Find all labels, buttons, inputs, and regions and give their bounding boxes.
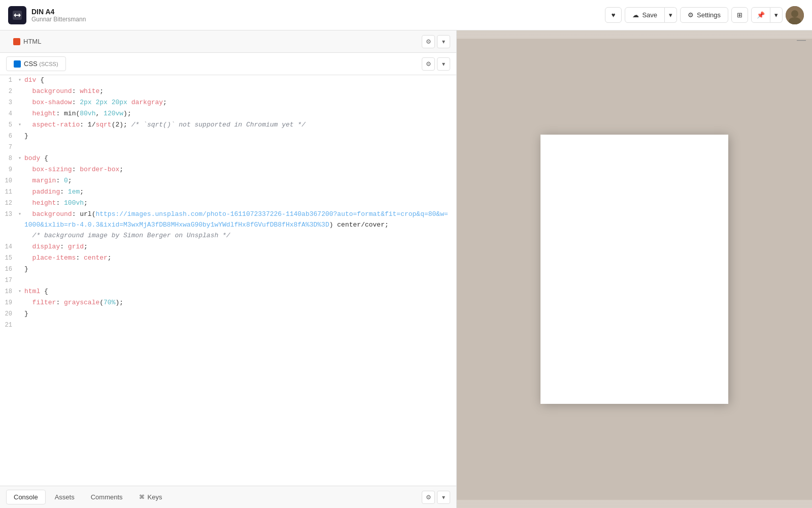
tab-assets[interactable]: Assets	[48, 490, 82, 504]
code-line-19: 19 filter: grayscale(70%);	[0, 298, 456, 309]
html-tab-bar: HTML ⚙ ▾	[0, 30, 456, 53]
pin-chevron-icon: ▾	[774, 11, 778, 19]
pin-group: 📌 ▾	[751, 7, 783, 23]
css-settings-btn[interactable]: ⚙	[422, 57, 435, 71]
code-line-2: 2 background: white;	[0, 86, 456, 98]
paper-sheet	[540, 135, 728, 404]
comments-tab-label: Comments	[91, 493, 123, 501]
navbar-right: ♥ ☁ Save ▾ ⚙ Settings ⊞ 📌 ▾	[605, 6, 804, 24]
project-name: DIN A4	[31, 8, 86, 16]
bottom-collapse-btn[interactable]: ▾	[437, 491, 450, 504]
pin-icon: 📌	[757, 11, 765, 19]
html-tab-actions: ⚙ ▾	[422, 35, 450, 48]
preview-panel: —	[457, 30, 812, 508]
code-line-13: 13 ▾ background: url(https://images.unsp…	[0, 209, 456, 231]
code-line-15: 15 place-items: center;	[0, 253, 456, 264]
console-tab-label: Console	[14, 493, 38, 501]
bottom-tab-actions: ⚙ ▾	[422, 491, 450, 504]
minimize-icon: —	[797, 35, 806, 45]
code-line-3: 3 box-shadow: 2px 2px 20px darkgray;	[0, 98, 456, 109]
settings-label: Settings	[697, 11, 721, 19]
code-line-5: 5 ▾ aspect-ratio: 1/sqrt(2); /* `sqrt()`…	[0, 120, 456, 131]
tab-html-label: HTML	[23, 38, 41, 45]
html-settings-btn[interactable]: ⚙	[422, 35, 435, 48]
css-icon	[14, 60, 21, 68]
save-button[interactable]: ☁ Save	[625, 7, 665, 23]
gear-icon: ⚙	[688, 11, 694, 19]
code-line-4: 4 height: min(80vh, 120vw);	[0, 109, 456, 120]
pin-button[interactable]: 📌	[751, 7, 770, 23]
keys-icon: ⌘	[139, 494, 145, 500]
code-line-21: 21	[0, 320, 456, 331]
save-label: Save	[642, 11, 657, 19]
tab-css[interactable]: CSS (SCSS)	[6, 56, 66, 71]
save-dropdown-button[interactable]: ▾	[665, 7, 677, 23]
tab-css-label: CSS (SCSS)	[24, 60, 58, 68]
navbar-left: DIN A4 Gunnar Bittersmann	[8, 6, 86, 24]
css-tab-actions: ⚙ ▾	[422, 57, 450, 71]
code-line-6: 6 }	[0, 131, 456, 142]
svg-point-2	[791, 10, 798, 17]
tab-comments[interactable]: Comments	[84, 490, 130, 504]
assets-tab-label: Assets	[55, 493, 75, 501]
code-line-17: 17	[0, 275, 456, 287]
settings-button[interactable]: ⚙ Settings	[680, 7, 728, 23]
code-line-18: 18 ▾ html {	[0, 287, 456, 298]
code-line-11: 11 padding: 1em;	[0, 187, 456, 198]
code-line-comment: /* background image by Simon Berger on U…	[0, 231, 456, 242]
css-tab-bar: CSS (SCSS) ⚙ ▾	[0, 53, 456, 75]
save-group: ☁ Save ▾	[625, 7, 677, 23]
project-author: Gunnar Bittersmann	[31, 16, 86, 23]
code-line-14: 14 display: grid;	[0, 242, 456, 253]
code-editor[interactable]: 1 ▾ div { 2 background: white; 3 box-sha…	[0, 75, 456, 486]
navbar: DIN A4 Gunnar Bittersmann ♥ ☁ Save ▾ ⚙ S…	[0, 0, 812, 30]
code-line-12: 12 height: 100vh;	[0, 198, 456, 209]
pin-dropdown-button[interactable]: ▾	[770, 7, 783, 23]
editor-panel: HTML ⚙ ▾ CSS (SCSS) ⚙ ▾ 1 ▾ div {	[0, 30, 457, 508]
tab-html[interactable]: HTML	[6, 35, 48, 48]
minimize-bar[interactable]: —	[791, 30, 812, 49]
grid-icon: ⊞	[737, 11, 742, 19]
main-layout: HTML ⚙ ▾ CSS (SCSS) ⚙ ▾ 1 ▾ div {	[0, 30, 812, 508]
css-collapse-btn[interactable]: ▾	[437, 57, 450, 71]
app-logo	[8, 6, 26, 24]
code-line-20: 20 }	[0, 309, 456, 320]
bottom-settings-btn[interactable]: ⚙	[422, 491, 435, 504]
tab-console[interactable]: Console	[6, 490, 46, 504]
save-chevron-icon: ▾	[669, 11, 672, 19]
code-line-9: 9 box-sizing: border-box;	[0, 165, 456, 176]
heart-icon: ♥	[612, 11, 616, 19]
grid-button[interactable]: ⊞	[731, 7, 748, 23]
html-collapse-btn[interactable]: ▾	[437, 35, 450, 48]
cloud-save-icon: ☁	[632, 11, 639, 19]
code-line-16: 16 }	[0, 264, 456, 275]
keys-tab-label: Keys	[148, 493, 162, 501]
code-line-7: 7	[0, 142, 456, 153]
code-line-8: 8 ▾ body {	[0, 153, 456, 165]
heart-button[interactable]: ♥	[605, 7, 622, 23]
user-avatar[interactable]	[786, 6, 804, 24]
preview-inner	[457, 39, 812, 500]
project-title: DIN A4 Gunnar Bittersmann	[31, 8, 86, 23]
bottom-tabs: Console Assets Comments ⌘ Keys	[6, 490, 169, 504]
code-line-1: 1 ▾ div {	[0, 75, 456, 86]
tab-keys[interactable]: ⌘ Keys	[132, 490, 170, 504]
bottom-tab-bar: Console Assets Comments ⌘ Keys ⚙ ▾	[0, 486, 456, 508]
code-line-10: 10 margin: 0;	[0, 176, 456, 187]
avatar-image	[786, 6, 804, 24]
html-icon	[13, 38, 20, 45]
